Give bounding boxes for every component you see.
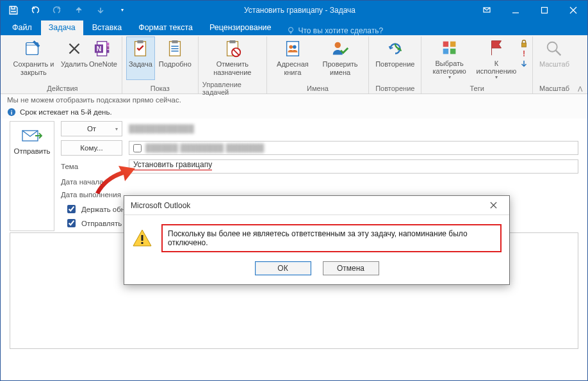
collapse-ribbon-icon[interactable]: ᐱ — [576, 36, 585, 93]
from-button[interactable]: От▾ — [61, 121, 122, 136]
svg-rect-10 — [107, 43, 110, 46]
svg-point-22 — [293, 45, 297, 49]
send-icon — [21, 128, 43, 143]
svg-rect-26 — [443, 49, 448, 54]
tips-infobar: Мы не можем отобразить подсказки прямо с… — [1, 94, 587, 106]
group-label-manage: Управление задачей — [202, 80, 263, 97]
save-close-button[interactable]: Сохранить и закрыть — [7, 36, 60, 80]
ribbon-options-button[interactable] — [472, 1, 501, 19]
svg-rect-36 — [142, 235, 143, 241]
deadline-text: Срок истекает на 5-й день. — [20, 108, 112, 116]
svg-rect-2 — [541, 7, 547, 13]
svg-point-21 — [289, 45, 293, 49]
dialog-ok-button[interactable]: ОК — [255, 261, 311, 275]
address-book-button[interactable]: Адресная книга — [271, 36, 314, 80]
title-bar: ▾ Установить гравицапу - Задача — [1, 1, 587, 19]
check-names-button[interactable]: Проверить имена — [316, 36, 364, 80]
details-icon — [165, 38, 185, 59]
ribbon-group-actions: Сохранить и закрыть Удалить N OneNote Де… — [3, 36, 122, 93]
svg-rect-25 — [450, 42, 455, 47]
next-icon[interactable] — [95, 5, 106, 15]
message-dialog: Microsoft Outlook Поскольку вы более не … — [124, 195, 510, 285]
tab-file[interactable]: Файл — [4, 20, 40, 35]
group-label-recurrence: Повторение — [375, 84, 414, 93]
tab-review[interactable]: Рецензирование — [202, 20, 279, 35]
check-names-icon — [330, 38, 350, 59]
window-controls — [472, 1, 587, 19]
cancel-assign-icon — [222, 38, 243, 59]
tab-task[interactable]: Задача — [41, 20, 83, 35]
category-button[interactable]: Выбрать категорию — [425, 36, 473, 80]
to-input[interactable]: ██████ ████████ ███████ — [129, 141, 578, 155]
send-button[interactable]: Отправить — [10, 121, 54, 231]
to-button[interactable]: Кому... — [61, 140, 122, 156]
recipient-checkbox[interactable] — [133, 144, 142, 152]
undo-icon[interactable] — [30, 5, 40, 15]
from-value: ████████████ — [129, 124, 194, 133]
svg-rect-28 — [521, 43, 526, 47]
lightbulb-icon — [286, 26, 295, 35]
previous-icon[interactable] — [74, 5, 84, 15]
zoom-button[interactable]: Масштаб — [537, 36, 572, 80]
svg-rect-37 — [142, 242, 143, 244]
subject-label: Тема — [61, 163, 78, 170]
svg-text:i: i — [11, 109, 13, 116]
onenote-icon: N — [93, 38, 113, 59]
qat-dropdown-icon[interactable]: ▾ — [117, 5, 127, 15]
minimize-button[interactable] — [501, 1, 530, 19]
svg-rect-27 — [450, 49, 455, 54]
save-close-icon — [23, 38, 44, 59]
delete-icon — [64, 38, 85, 59]
flag-icon — [486, 38, 507, 58]
dialog-cancel-button[interactable]: Отмена — [323, 261, 379, 275]
group-label-tags: Теги — [470, 84, 484, 93]
zoom-icon — [544, 38, 564, 59]
ribbon: Сохранить и закрыть Удалить N OneNote Де… — [1, 35, 587, 94]
group-label-zoom: Масштаб — [539, 84, 569, 93]
private-icon[interactable] — [519, 39, 528, 48]
details-button[interactable]: Подробно — [156, 36, 194, 80]
svg-point-30 — [548, 42, 557, 52]
ribbon-group-tags: Выбрать категорию К исполнению ! Теги — [421, 36, 532, 93]
task-view-button[interactable]: Задача — [126, 36, 155, 80]
tab-insert[interactable]: Вставка — [85, 20, 129, 35]
due-date-label: Дата выполнения — [61, 191, 121, 199]
ribbon-tabs: Файл Задача Вставка Формат текста Реценз… — [1, 19, 587, 35]
maximize-button[interactable] — [530, 1, 559, 19]
svg-rect-16 — [172, 40, 178, 44]
svg-rect-12 — [107, 50, 110, 53]
tips-text: Мы не можем отобразить подсказки прямо с… — [7, 96, 181, 104]
info-icon: i — [7, 108, 16, 117]
svg-rect-20 — [287, 42, 299, 56]
tell-me-search[interactable]: Что вы хотите сделать? — [286, 26, 383, 35]
deadline-infobar: i Срок истекает на 5-й день. — [1, 106, 587, 118]
window-title: Установить гравицапу - Задача — [127, 6, 472, 15]
tell-me-label: Что вы хотите сделать? — [298, 26, 383, 35]
ribbon-group-zoom: Масштаб Масштаб — [533, 36, 576, 93]
cancel-assign-button[interactable]: Отменить назначение — [202, 36, 263, 80]
ribbon-group-show: Задача Подробно Показ — [122, 36, 199, 93]
subject-value: Установить гравицапу — [133, 160, 212, 170]
dialog-close-button[interactable] — [482, 197, 504, 214]
subject-input[interactable]: Установить гравицапу — [129, 159, 578, 174]
delete-button[interactable]: Удалить — [61, 36, 87, 80]
send-label: Отправить — [13, 147, 50, 155]
start-date-label: Дата начала — [61, 178, 104, 186]
close-button[interactable] — [559, 1, 587, 19]
recurrence-button[interactable]: Повторение — [373, 36, 417, 80]
redo-icon[interactable] — [52, 5, 62, 15]
group-label-names: Имена — [307, 84, 329, 93]
followup-button[interactable]: К исполнению — [475, 36, 518, 80]
recipient-name: ██████ ████████ ███████ — [145, 143, 264, 152]
high-importance-icon[interactable]: ! — [519, 49, 528, 58]
dialog-title: Microsoft Outlook — [131, 201, 482, 210]
ribbon-group-manage: Отменить назначение Управление задачей — [199, 36, 267, 93]
save-icon[interactable] — [8, 5, 19, 15]
recurrence-icon — [385, 38, 405, 59]
low-importance-icon[interactable] — [519, 60, 528, 69]
tab-format[interactable]: Формат текста — [131, 20, 200, 35]
dialog-message: Поскольку вы более не являетесь ответств… — [161, 224, 502, 252]
ribbon-group-names: Адресная книга Проверить имена Имена — [267, 36, 369, 93]
category-icon — [439, 38, 460, 58]
onenote-button[interactable]: N OneNote — [88, 36, 118, 80]
